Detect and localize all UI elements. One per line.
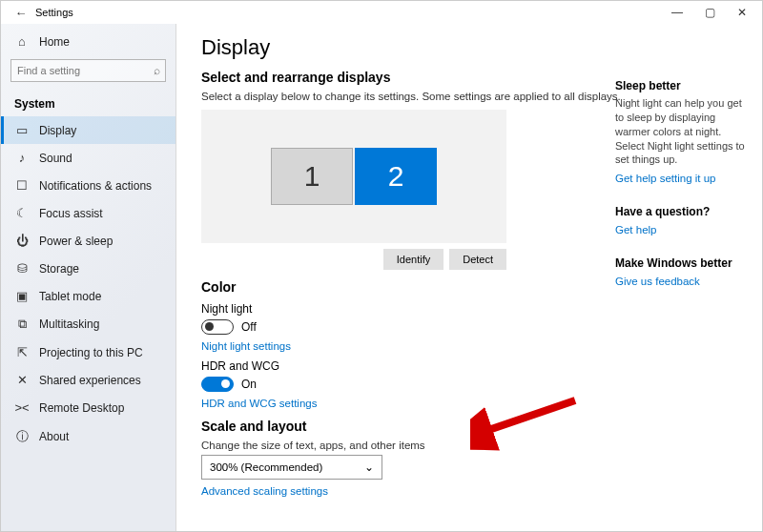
sidebar-item-multitasking[interactable]: ⧉Multitasking bbox=[1, 310, 175, 338]
nav-label: Tablet mode bbox=[39, 290, 101, 303]
night-light-state: Off bbox=[241, 320, 257, 334]
nav-icon: ⛁ bbox=[14, 261, 30, 276]
sidebar-item-notifications-actions[interactable]: ☐Notifications & actions bbox=[1, 172, 175, 199]
sidebar: ⌂ Home ⌕ System ▭Display♪Sound☐Notificat… bbox=[1, 24, 176, 531]
home-label: Home bbox=[39, 35, 70, 49]
maximize-button[interactable]: ▢ bbox=[693, 1, 726, 24]
nav-icon: ✕ bbox=[14, 373, 30, 387]
scale-value: 300% (Recommended) bbox=[210, 461, 322, 473]
advanced-scaling-link[interactable]: Advanced scaling settings bbox=[201, 485, 745, 497]
hdr-label: HDR and WCG bbox=[201, 359, 745, 373]
hdr-state: On bbox=[241, 378, 257, 391]
nav-icon: ⇱ bbox=[14, 345, 30, 359]
get-help-link[interactable]: Get help bbox=[615, 224, 749, 235]
help-panel: Sleep better Night light can help you ge… bbox=[615, 79, 749, 308]
hdr-toggle[interactable] bbox=[201, 377, 234, 392]
minimize-button[interactable]: ― bbox=[661, 1, 693, 24]
sidebar-item-tablet-mode[interactable]: ▣Tablet mode bbox=[1, 282, 175, 310]
night-light-settings-link[interactable]: Night light settings bbox=[201, 340, 745, 352]
nav-label: Notifications & actions bbox=[39, 179, 152, 193]
sidebar-item-focus-assist[interactable]: ☾Focus assist bbox=[1, 199, 175, 227]
page-title: Display bbox=[201, 35, 745, 60]
sidebar-item-power-sleep[interactable]: ⏻Power & sleep bbox=[1, 227, 175, 255]
nav-icon: ⓘ bbox=[14, 428, 30, 445]
nav-label: Shared experiences bbox=[39, 374, 141, 387]
nav-icon: ⏻ bbox=[14, 234, 30, 248]
home-nav[interactable]: ⌂ Home bbox=[1, 28, 175, 55]
nav-label: Power & sleep bbox=[39, 235, 113, 248]
sidebar-item-display[interactable]: ▭Display bbox=[1, 116, 175, 144]
home-icon: ⌂ bbox=[14, 34, 30, 49]
nav-label: About bbox=[39, 430, 69, 443]
feedback-heading: Make Windows better bbox=[615, 256, 749, 270]
monitor-1[interactable]: 1 bbox=[271, 148, 353, 205]
sidebar-group: System bbox=[1, 90, 175, 116]
detect-button[interactable]: Detect bbox=[449, 249, 506, 270]
nav-icon: ▣ bbox=[14, 289, 30, 303]
nav-icon: ☾ bbox=[14, 206, 30, 220]
nav-label: Display bbox=[39, 124, 76, 137]
scale-heading: Scale and layout bbox=[201, 419, 745, 434]
nav-label: Focus assist bbox=[39, 207, 103, 220]
nav-label: Remote Desktop bbox=[39, 401, 124, 415]
identify-button[interactable]: Identify bbox=[383, 249, 443, 270]
night-light-toggle[interactable] bbox=[201, 319, 234, 335]
hdr-settings-link[interactable]: HDR and WCG settings bbox=[201, 398, 745, 409]
nav-icon: ▭ bbox=[14, 123, 30, 137]
window-controls: ― ▢ ✕ bbox=[661, 1, 758, 24]
monitor-2[interactable]: 2 bbox=[355, 148, 437, 205]
scale-dropdown[interactable]: 300% (Recommended) ⌄ bbox=[201, 455, 382, 480]
sleep-better-text: Night light can help you get to sleep by… bbox=[615, 96, 749, 167]
sidebar-item-projecting-to-this-pc[interactable]: ⇱Projecting to this PC bbox=[1, 338, 175, 366]
sidebar-item-shared-experiences[interactable]: ✕Shared experiences bbox=[1, 366, 175, 394]
nav-label: Multitasking bbox=[39, 317, 99, 331]
nav-icon: ☐ bbox=[14, 178, 30, 193]
nav-icon: ⧉ bbox=[14, 317, 30, 332]
sidebar-item-about[interactable]: ⓘAbout bbox=[1, 421, 175, 452]
nav-label: Sound bbox=[39, 152, 72, 165]
sleep-help-link[interactable]: Get help setting it up bbox=[615, 173, 749, 184]
sidebar-item-remote-desktop[interactable]: ><Remote Desktop bbox=[1, 394, 175, 421]
feedback-link[interactable]: Give us feedback bbox=[615, 276, 749, 287]
question-heading: Have a question? bbox=[615, 205, 749, 218]
close-button[interactable]: ✕ bbox=[726, 1, 758, 24]
nav-icon: ♪ bbox=[14, 151, 30, 165]
nav-label: Projecting to this PC bbox=[39, 346, 143, 359]
titlebar: ← Settings ― ▢ ✕ bbox=[1, 1, 762, 24]
window-title: Settings bbox=[31, 7, 661, 18]
chevron-down-icon: ⌄ bbox=[364, 460, 374, 474]
main-content: Display Select and rearrange displays Se… bbox=[176, 24, 762, 531]
sidebar-item-sound[interactable]: ♪Sound bbox=[1, 144, 175, 172]
search-input[interactable] bbox=[10, 59, 166, 82]
displays-area[interactable]: 1 2 bbox=[201, 110, 506, 243]
sidebar-item-storage[interactable]: ⛁Storage bbox=[1, 255, 175, 282]
search-icon: ⌕ bbox=[154, 64, 160, 77]
back-button[interactable]: ← bbox=[10, 2, 31, 23]
sleep-better-heading: Sleep better bbox=[615, 79, 749, 92]
nav-label: Storage bbox=[39, 262, 79, 276]
scale-desc: Change the size of text, apps, and other… bbox=[201, 440, 745, 451]
nav-icon: >< bbox=[14, 400, 30, 415]
